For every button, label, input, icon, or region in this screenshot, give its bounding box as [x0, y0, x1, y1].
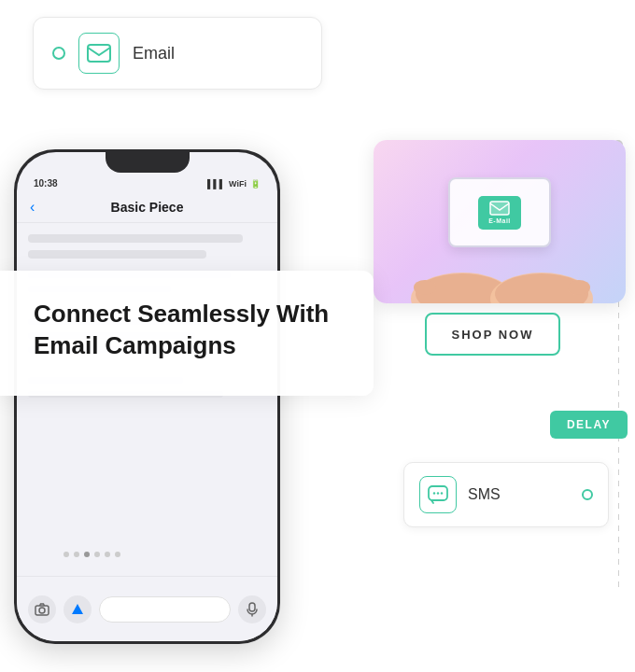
email-visual-container: E-Mail [374, 140, 626, 303]
camera-button[interactable] [28, 595, 56, 623]
svg-point-10 [414, 280, 436, 295]
dot-5 [105, 552, 110, 557]
microphone-icon [247, 602, 258, 617]
tablet-email-text: E-Mail [488, 217, 511, 224]
phone-nav-bar: ‹ Basic Piece [17, 192, 277, 223]
phone-inner: 10:38 ▌▌▌ WiFi 🔋 ‹ Basic Piece [17, 152, 277, 641]
tablet-email-icon: E-Mail [478, 196, 521, 230]
mic-button[interactable] [238, 595, 266, 623]
svg-rect-0 [88, 45, 110, 62]
email-icon-box [78, 33, 120, 74]
dot-3 [84, 552, 90, 557]
phone-back-button[interactable]: ‹ [30, 199, 35, 216]
tablet-visual: E-Mail [406, 177, 593, 303]
delay-label: DELAY [567, 418, 611, 431]
sms-chat-icon [428, 485, 448, 504]
hands-svg [406, 243, 593, 303]
phone-text-input[interactable] [99, 596, 231, 623]
dot-1 [64, 552, 69, 557]
phone-time: 10:38 [34, 178, 58, 189]
appstore-icon [70, 602, 85, 617]
phone-mockup: 10:38 ▌▌▌ WiFi 🔋 ‹ Basic Piece [14, 149, 280, 644]
text-overlay-card: Connect Seamlessly With Email Campaigns [0, 271, 374, 396]
dot-4 [94, 552, 100, 557]
sms-workflow-label: SMS [468, 486, 501, 503]
content-line-1 [28, 234, 243, 243]
heading-text: Connect Seamlessly With Email Campaigns [34, 299, 340, 362]
shop-now-label: SHOP NOW [452, 328, 534, 342]
dot-6 [115, 552, 120, 557]
phone-nav-title: Basic Piece [111, 200, 184, 215]
battery-icon: 🔋 [250, 179, 261, 189]
email-image-card: E-Mail [374, 140, 626, 303]
svg-point-11 [568, 280, 590, 295]
svg-rect-5 [490, 202, 509, 215]
phone-status-icons: ▌▌▌ WiFi 🔋 [207, 179, 261, 189]
sms-icon-box [419, 476, 457, 513]
heading-line1: Connect Seamlessly With [34, 300, 329, 328]
signal-icon: ▌▌▌ [207, 179, 225, 189]
phone-bottom-bar [17, 576, 277, 641]
svg-rect-3 [249, 603, 255, 611]
svg-point-13 [433, 492, 435, 494]
wifi-icon: WiFi [229, 179, 247, 189]
tablet-envelope-icon [489, 201, 510, 216]
heading-line2: Email Campaigns [34, 331, 236, 359]
dot-2 [74, 552, 79, 557]
email-workflow-label: Email [133, 44, 175, 63]
svg-point-15 [441, 492, 443, 494]
workflow-dot-sms [582, 489, 593, 500]
pagination-dots [64, 552, 120, 557]
email-workflow-card: Email [33, 17, 322, 90]
appstore-button[interactable] [64, 595, 92, 623]
phone-notch [106, 152, 190, 173]
camera-icon [35, 603, 49, 616]
delay-badge: DELAY [550, 411, 628, 439]
content-line-2 [28, 250, 206, 259]
scene: Email 10:38 ▌▌▌ WiFi 🔋 ‹ Basic Piece [0, 0, 635, 672]
svg-point-14 [437, 492, 439, 494]
shop-now-button[interactable]: SHOP NOW [425, 313, 560, 356]
phone-status-bar: 10:38 ▌▌▌ WiFi 🔋 [17, 173, 277, 192]
tablet-device: E-Mail [448, 177, 551, 247]
workflow-dot-email [52, 47, 65, 60]
svg-point-2 [39, 608, 45, 613]
email-svg-icon [87, 44, 111, 63]
sms-workflow-card: SMS [403, 462, 609, 527]
